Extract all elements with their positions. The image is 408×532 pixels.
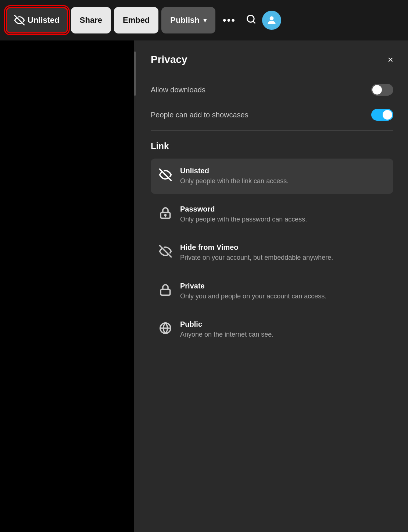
showcases-row: People can add to showcases: [151, 102, 393, 127]
close-icon: ×: [388, 54, 393, 65]
unlisted-option-desc: Only people with the link can access.: [180, 177, 289, 186]
publish-label: Publish: [170, 15, 199, 25]
share-button[interactable]: Share: [71, 7, 111, 33]
public-option-text: Public Anyone on the internet can see.: [180, 320, 273, 339]
password-option-title: Password: [180, 205, 307, 213]
hide-from-vimeo-option-icon: [158, 244, 173, 259]
password-option-icon: [158, 206, 173, 220]
privacy-panel: Privacy × Allow downloads People can add…: [136, 40, 408, 532]
search-button[interactable]: [243, 11, 259, 30]
allow-downloads-toggle[interactable]: [371, 84, 393, 96]
svg-line-2: [253, 21, 255, 23]
privacy-option-private[interactable]: Private Only you and people on your acco…: [151, 274, 393, 309]
password-option-desc: Only people with the password can access…: [180, 215, 307, 224]
svg-rect-9: [161, 289, 170, 295]
allow-downloads-row: Allow downloads: [151, 77, 393, 102]
privacy-option-password[interactable]: Password Only people with the password c…: [151, 197, 393, 232]
unlisted-option-title: Unlisted: [180, 167, 289, 175]
toggle-thumb-on: [383, 110, 392, 120]
unlisted-label: Unlisted: [28, 15, 60, 25]
share-label: Share: [80, 15, 102, 25]
private-option-icon: [158, 283, 173, 297]
toolbar: Unlisted Share Embed Publish ▾ •••: [0, 0, 408, 40]
hide-from-vimeo-option-title: Hide from Vimeo: [180, 243, 333, 252]
privacy-option-hide-from-vimeo[interactable]: Hide from Vimeo Private on your account,…: [151, 235, 393, 270]
chevron-down-icon: ▾: [203, 16, 207, 24]
hide-from-vimeo-option-desc: Private on your account, but embeddable …: [180, 253, 333, 262]
close-button[interactable]: ×: [388, 55, 393, 64]
main-area: Privacy × Allow downloads People can add…: [0, 40, 408, 532]
avatar-button[interactable]: [262, 11, 281, 30]
private-option-text: Private Only you and people on your acco…: [180, 282, 326, 301]
private-option-title: Private: [180, 282, 326, 290]
privacy-option-unlisted[interactable]: Unlisted Only people with the link can a…: [151, 159, 393, 194]
unlisted-button[interactable]: Unlisted: [6, 7, 68, 33]
showcases-toggle[interactable]: [371, 109, 393, 121]
search-icon: [246, 14, 256, 24]
unlisted-icon: [14, 15, 25, 25]
public-option-icon: [158, 321, 173, 336]
more-options-button[interactable]: •••: [218, 11, 240, 29]
section-divider: [151, 130, 393, 131]
publish-button[interactable]: Publish ▾: [161, 7, 215, 33]
hide-from-vimeo-option-text: Hide from Vimeo Private on your account,…: [180, 243, 333, 262]
public-option-title: Public: [180, 320, 273, 329]
unlisted-option-icon: [158, 167, 173, 182]
unlisted-option-text: Unlisted Only people with the link can a…: [180, 167, 289, 186]
allow-downloads-label: Allow downloads: [151, 86, 205, 94]
privacy-option-public[interactable]: Public Anyone on the internet can see.: [151, 312, 393, 347]
more-icon: •••: [223, 14, 236, 26]
toggle-thumb: [372, 85, 382, 95]
embed-label: Embed: [123, 15, 150, 25]
avatar-icon: [266, 14, 278, 26]
panel-title: Privacy: [151, 54, 187, 65]
showcases-label: People can add to showcases: [151, 111, 248, 119]
panel-header: Privacy ×: [151, 54, 393, 65]
link-section-title: Link: [151, 141, 393, 151]
left-panel: [0, 40, 136, 532]
private-option-desc: Only you and people on your account can …: [180, 292, 326, 301]
public-option-desc: Anyone on the internet can see.: [180, 330, 273, 339]
svg-point-3: [270, 16, 274, 20]
embed-button[interactable]: Embed: [114, 7, 158, 33]
password-option-text: Password Only people with the password c…: [180, 205, 307, 224]
